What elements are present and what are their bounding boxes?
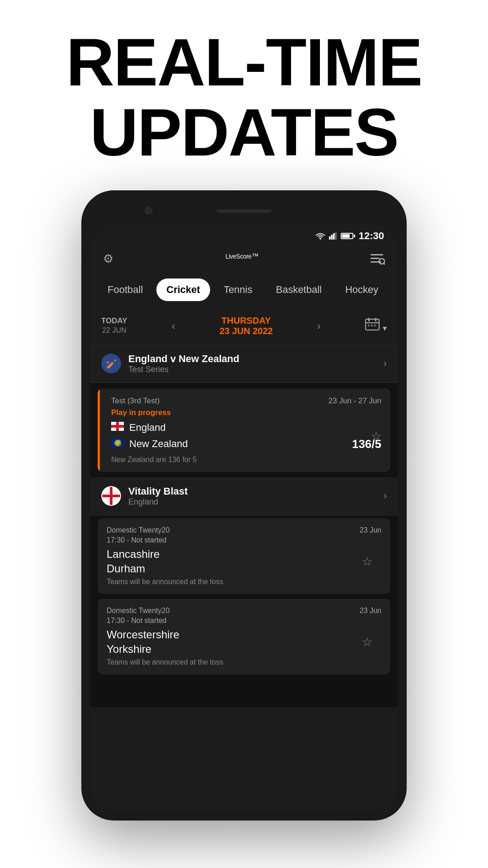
match-card-lancashire[interactable]: Domestic Twenty20 23 Jun 17:30 - Not sta… (98, 518, 390, 594)
match-summary-lancs: Teams will be announced at the toss (107, 578, 381, 586)
team-name-lancashire: Lancashire (107, 548, 160, 561)
match-dates: 23 Jun - 27 Jun (328, 396, 381, 406)
svg-rect-14 (371, 325, 373, 326)
svg-rect-12 (366, 322, 379, 323)
signal-icon (329, 232, 337, 240)
next-date-arrow[interactable]: › (317, 320, 321, 332)
team-row-worcestershire: Worcestershire (107, 628, 359, 641)
phone-screen: 12:30 ⚙ LiveScore™ (90, 224, 398, 811)
svg-rect-11 (375, 318, 376, 321)
svg-rect-15 (374, 325, 376, 326)
tab-football[interactable]: Football (98, 278, 153, 301)
competition-sub: Test Series (128, 365, 384, 374)
match-time-status-worcs: 17:30 - Not started (107, 617, 381, 625)
svg-line-8 (384, 264, 385, 265)
favorite-star-test[interactable]: ☆ (371, 429, 381, 443)
svg-text:🏏: 🏏 (106, 359, 117, 369)
live-indicator-bar (98, 388, 100, 472)
svg-rect-3 (335, 232, 337, 240)
app-logo: LiveScore™ (225, 250, 258, 268)
svg-rect-0 (329, 236, 331, 240)
match-meta-lancs: Domestic Twenty20 23 Jun (107, 526, 381, 534)
vitality-sub: England (128, 497, 384, 507)
svg-rect-10 (368, 318, 370, 321)
team-name-worcestershire: Worcestershire (107, 628, 179, 641)
current-date: THURSDAY 23 JUN 2022 (220, 316, 273, 336)
match-type-worcs: Domestic Twenty20 (107, 607, 169, 615)
match-date-lancs: 23 Jun (360, 526, 381, 534)
match-time-status-lancs: 17:30 - Not started (107, 536, 381, 544)
match-meta-worcs: Domestic Twenty20 23 Jun (107, 607, 381, 615)
competition-arrow: › (384, 358, 387, 369)
status-icons: 12:30 (315, 230, 384, 242)
competition-flag-england-nz: 🏏 (101, 354, 121, 373)
tab-tennis[interactable]: Tennis (214, 278, 263, 301)
svg-text:🥝: 🥝 (114, 439, 122, 447)
date-navigation: TODAY 22 JUN ‹ THURSDAY 23 JUN 2022 › (90, 308, 398, 345)
calendar-button[interactable]: ▾ (365, 317, 387, 334)
phone-frame: 12:30 ⚙ LiveScore™ (81, 190, 407, 821)
team-row-durham: Durham (107, 562, 359, 575)
svg-rect-5 (371, 258, 380, 259)
competition-vitality-blast[interactable]: Vitality Blast England › (90, 477, 398, 515)
phone-top-bar (90, 199, 398, 222)
bottom-spacer (90, 680, 398, 707)
team-row-yorkshire: Yorkshire (107, 643, 359, 656)
favorite-star-lancs[interactable]: ☆ (362, 554, 372, 568)
match-date-worcs: 23 Jun (360, 607, 381, 615)
tab-cricket[interactable]: Cricket (156, 278, 210, 301)
competition-england-nz[interactable]: 🏏 England v New Zealand Test Series › (90, 345, 398, 383)
svg-rect-1 (331, 235, 333, 240)
content-area: 🏏 England v New Zealand Test Series › Te… (90, 345, 398, 707)
match-status: Play in progress (111, 408, 381, 417)
team-row-lancashire: Lancashire (107, 548, 359, 561)
competition-flag-vitality (101, 486, 121, 506)
team-row-nz: 🥝 New Zealand 136/5 (111, 437, 381, 451)
match-type-lancs: Domestic Twenty20 (107, 526, 169, 534)
svg-rect-4 (371, 254, 383, 255)
team-name-nz: New Zealand (129, 438, 188, 450)
vitality-arrow: › (384, 490, 387, 502)
wifi-icon (315, 232, 325, 240)
phone-mockup: 12:30 ⚙ LiveScore™ (81, 190, 407, 821)
competition-vitality-info: Vitality Blast England (128, 486, 384, 507)
status-bar: 12:30 (90, 224, 398, 245)
svg-rect-26 (102, 495, 120, 497)
status-time: 12:30 (359, 230, 384, 242)
england-flag (111, 422, 124, 433)
search-button[interactable] (371, 252, 385, 265)
battery-icon (341, 233, 353, 239)
hero-section: REAL-TIME UPDATES (48, 0, 440, 190)
match-summary: New Zealand are 136 for 5 (111, 456, 381, 464)
team-name-durham: Durham (107, 562, 145, 575)
nz-flag: 🥝 (111, 439, 124, 450)
today-date: TODAY 22 JUN (101, 316, 127, 335)
match-meta: Test (3rd Test) 23 Jun - 27 Jun (111, 396, 381, 406)
match-card-test[interactable]: Test (3rd Test) 23 Jun - 27 Jun Play in … (98, 388, 390, 472)
prev-date-arrow[interactable]: ‹ (172, 320, 175, 332)
competition-info: England v New Zealand Test Series (128, 353, 384, 374)
favorite-star-worcs[interactable]: ☆ (362, 635, 372, 649)
match-summary-worcs: Teams will be announced at the toss (107, 658, 381, 666)
svg-rect-13 (368, 325, 370, 326)
phone-speaker (217, 209, 271, 213)
tab-hockey[interactable]: Hockey (335, 278, 388, 301)
team-name-england: England (129, 422, 166, 434)
team-row-england: England (111, 422, 381, 434)
svg-rect-2 (333, 233, 335, 240)
match-type: Test (3rd Test) (111, 396, 160, 406)
settings-icon[interactable]: ⚙ (103, 252, 113, 266)
team-name-yorkshire: Yorkshire (107, 643, 151, 656)
hero-title: REAL-TIME UPDATES (66, 27, 422, 168)
app-header: ⚙ LiveScore™ (90, 245, 398, 275)
match-card-worcestershire[interactable]: Domestic Twenty20 23 Jun 17:30 - Not sta… (98, 599, 390, 675)
vitality-name: Vitality Blast (128, 486, 384, 497)
tab-basketball[interactable]: Basketball (266, 278, 332, 301)
svg-rect-20 (111, 425, 124, 428)
sports-tabs: Football Cricket Tennis Basketball Hocke… (90, 275, 398, 308)
match-teams: England 🥝 (111, 422, 381, 451)
competition-name: England v New Zealand (128, 353, 384, 365)
phone-camera (145, 207, 153, 215)
